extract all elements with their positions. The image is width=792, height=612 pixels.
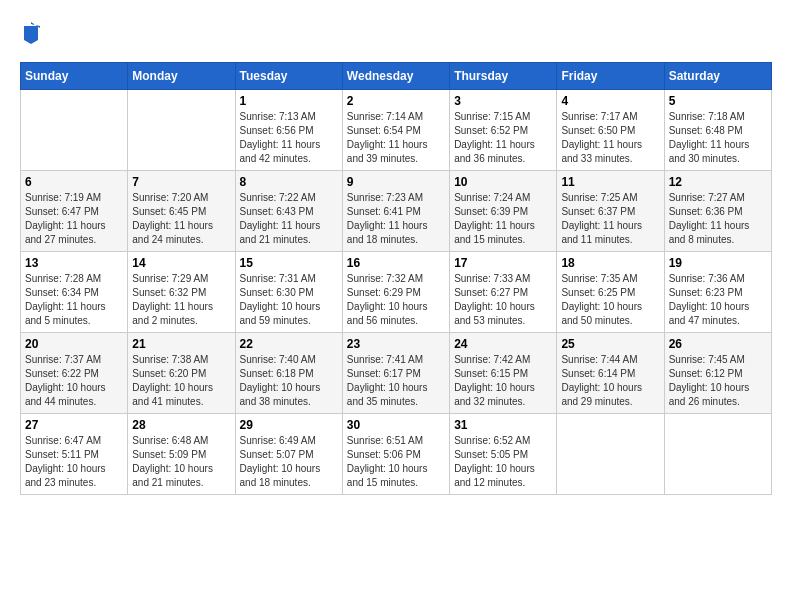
day-info: Sunrise: 7:38 AM Sunset: 6:20 PM Dayligh… [132, 353, 230, 409]
page-header [20, 20, 772, 46]
calendar-cell: 6Sunrise: 7:19 AM Sunset: 6:47 PM Daylig… [21, 170, 128, 251]
calendar-cell: 2Sunrise: 7:14 AM Sunset: 6:54 PM Daylig… [342, 89, 449, 170]
calendar-cell: 1Sunrise: 7:13 AM Sunset: 6:56 PM Daylig… [235, 89, 342, 170]
day-number: 5 [669, 94, 767, 108]
calendar-cell: 13Sunrise: 7:28 AM Sunset: 6:34 PM Dayli… [21, 251, 128, 332]
calendar-cell: 12Sunrise: 7:27 AM Sunset: 6:36 PM Dayli… [664, 170, 771, 251]
day-number: 6 [25, 175, 123, 189]
day-number: 7 [132, 175, 230, 189]
calendar-cell: 19Sunrise: 7:36 AM Sunset: 6:23 PM Dayli… [664, 251, 771, 332]
day-number: 8 [240, 175, 338, 189]
day-number: 19 [669, 256, 767, 270]
calendar-cell: 8Sunrise: 7:22 AM Sunset: 6:43 PM Daylig… [235, 170, 342, 251]
day-info: Sunrise: 7:31 AM Sunset: 6:30 PM Dayligh… [240, 272, 338, 328]
day-number: 4 [561, 94, 659, 108]
calendar-cell: 22Sunrise: 7:40 AM Sunset: 6:18 PM Dayli… [235, 332, 342, 413]
day-number: 30 [347, 418, 445, 432]
calendar-cell: 3Sunrise: 7:15 AM Sunset: 6:52 PM Daylig… [450, 89, 557, 170]
col-header-thursday: Thursday [450, 62, 557, 89]
day-number: 13 [25, 256, 123, 270]
day-number: 22 [240, 337, 338, 351]
day-number: 24 [454, 337, 552, 351]
day-info: Sunrise: 7:40 AM Sunset: 6:18 PM Dayligh… [240, 353, 338, 409]
day-info: Sunrise: 7:37 AM Sunset: 6:22 PM Dayligh… [25, 353, 123, 409]
day-info: Sunrise: 7:32 AM Sunset: 6:29 PM Dayligh… [347, 272, 445, 328]
calendar-cell: 16Sunrise: 7:32 AM Sunset: 6:29 PM Dayli… [342, 251, 449, 332]
day-info: Sunrise: 7:13 AM Sunset: 6:56 PM Dayligh… [240, 110, 338, 166]
day-number: 16 [347, 256, 445, 270]
logo [20, 20, 40, 46]
calendar-cell: 7Sunrise: 7:20 AM Sunset: 6:45 PM Daylig… [128, 170, 235, 251]
day-number: 17 [454, 256, 552, 270]
day-info: Sunrise: 7:42 AM Sunset: 6:15 PM Dayligh… [454, 353, 552, 409]
day-number: 18 [561, 256, 659, 270]
col-header-sunday: Sunday [21, 62, 128, 89]
calendar-cell: 30Sunrise: 6:51 AM Sunset: 5:06 PM Dayli… [342, 413, 449, 494]
day-number: 25 [561, 337, 659, 351]
day-info: Sunrise: 7:33 AM Sunset: 6:27 PM Dayligh… [454, 272, 552, 328]
day-number: 10 [454, 175, 552, 189]
day-number: 2 [347, 94, 445, 108]
calendar-cell: 31Sunrise: 6:52 AM Sunset: 5:05 PM Dayli… [450, 413, 557, 494]
day-info: Sunrise: 7:22 AM Sunset: 6:43 PM Dayligh… [240, 191, 338, 247]
day-info: Sunrise: 7:45 AM Sunset: 6:12 PM Dayligh… [669, 353, 767, 409]
day-number: 21 [132, 337, 230, 351]
calendar-cell: 14Sunrise: 7:29 AM Sunset: 6:32 PM Dayli… [128, 251, 235, 332]
calendar-header-row: SundayMondayTuesdayWednesdayThursdayFrid… [21, 62, 772, 89]
day-info: Sunrise: 7:24 AM Sunset: 6:39 PM Dayligh… [454, 191, 552, 247]
calendar-week-row: 20Sunrise: 7:37 AM Sunset: 6:22 PM Dayli… [21, 332, 772, 413]
day-number: 9 [347, 175, 445, 189]
calendar-week-row: 27Sunrise: 6:47 AM Sunset: 5:11 PM Dayli… [21, 413, 772, 494]
day-info: Sunrise: 7:14 AM Sunset: 6:54 PM Dayligh… [347, 110, 445, 166]
day-number: 3 [454, 94, 552, 108]
calendar-cell: 18Sunrise: 7:35 AM Sunset: 6:25 PM Dayli… [557, 251, 664, 332]
calendar-cell: 17Sunrise: 7:33 AM Sunset: 6:27 PM Dayli… [450, 251, 557, 332]
calendar-cell: 9Sunrise: 7:23 AM Sunset: 6:41 PM Daylig… [342, 170, 449, 251]
day-info: Sunrise: 6:52 AM Sunset: 5:05 PM Dayligh… [454, 434, 552, 490]
day-number: 1 [240, 94, 338, 108]
calendar-cell: 24Sunrise: 7:42 AM Sunset: 6:15 PM Dayli… [450, 332, 557, 413]
calendar-cell: 27Sunrise: 6:47 AM Sunset: 5:11 PM Dayli… [21, 413, 128, 494]
calendar-cell: 11Sunrise: 7:25 AM Sunset: 6:37 PM Dayli… [557, 170, 664, 251]
day-info: Sunrise: 7:23 AM Sunset: 6:41 PM Dayligh… [347, 191, 445, 247]
calendar-cell: 26Sunrise: 7:45 AM Sunset: 6:12 PM Dayli… [664, 332, 771, 413]
calendar-week-row: 13Sunrise: 7:28 AM Sunset: 6:34 PM Dayli… [21, 251, 772, 332]
day-number: 23 [347, 337, 445, 351]
day-number: 20 [25, 337, 123, 351]
day-info: Sunrise: 7:41 AM Sunset: 6:17 PM Dayligh… [347, 353, 445, 409]
day-info: Sunrise: 7:25 AM Sunset: 6:37 PM Dayligh… [561, 191, 659, 247]
day-number: 28 [132, 418, 230, 432]
day-info: Sunrise: 7:44 AM Sunset: 6:14 PM Dayligh… [561, 353, 659, 409]
calendar-cell: 28Sunrise: 6:48 AM Sunset: 5:09 PM Dayli… [128, 413, 235, 494]
day-info: Sunrise: 7:36 AM Sunset: 6:23 PM Dayligh… [669, 272, 767, 328]
calendar-cell: 4Sunrise: 7:17 AM Sunset: 6:50 PM Daylig… [557, 89, 664, 170]
calendar-cell: 5Sunrise: 7:18 AM Sunset: 6:48 PM Daylig… [664, 89, 771, 170]
calendar-cell: 23Sunrise: 7:41 AM Sunset: 6:17 PM Dayli… [342, 332, 449, 413]
col-header-tuesday: Tuesday [235, 62, 342, 89]
calendar-cell [664, 413, 771, 494]
day-info: Sunrise: 7:15 AM Sunset: 6:52 PM Dayligh… [454, 110, 552, 166]
day-number: 27 [25, 418, 123, 432]
calendar-cell [128, 89, 235, 170]
day-number: 12 [669, 175, 767, 189]
day-info: Sunrise: 6:51 AM Sunset: 5:06 PM Dayligh… [347, 434, 445, 490]
calendar-week-row: 6Sunrise: 7:19 AM Sunset: 6:47 PM Daylig… [21, 170, 772, 251]
calendar-cell [557, 413, 664, 494]
day-info: Sunrise: 6:49 AM Sunset: 5:07 PM Dayligh… [240, 434, 338, 490]
day-number: 14 [132, 256, 230, 270]
svg-marker-0 [24, 26, 38, 44]
col-header-saturday: Saturday [664, 62, 771, 89]
calendar-cell: 29Sunrise: 6:49 AM Sunset: 5:07 PM Dayli… [235, 413, 342, 494]
calendar-table: SundayMondayTuesdayWednesdayThursdayFrid… [20, 62, 772, 495]
day-info: Sunrise: 7:35 AM Sunset: 6:25 PM Dayligh… [561, 272, 659, 328]
day-number: 26 [669, 337, 767, 351]
calendar-cell: 15Sunrise: 7:31 AM Sunset: 6:30 PM Dayli… [235, 251, 342, 332]
col-header-wednesday: Wednesday [342, 62, 449, 89]
day-info: Sunrise: 7:28 AM Sunset: 6:34 PM Dayligh… [25, 272, 123, 328]
col-header-monday: Monday [128, 62, 235, 89]
day-number: 31 [454, 418, 552, 432]
day-info: Sunrise: 7:18 AM Sunset: 6:48 PM Dayligh… [669, 110, 767, 166]
day-info: Sunrise: 7:27 AM Sunset: 6:36 PM Dayligh… [669, 191, 767, 247]
day-number: 29 [240, 418, 338, 432]
day-number: 11 [561, 175, 659, 189]
